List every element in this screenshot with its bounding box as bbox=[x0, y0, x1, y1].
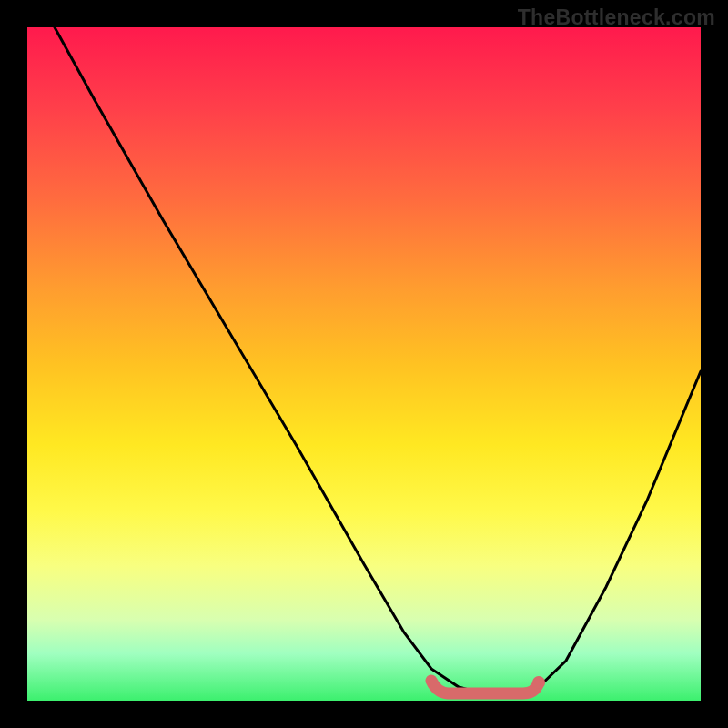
bottleneck-curve bbox=[55, 27, 701, 694]
optimal-end-dot bbox=[532, 676, 545, 689]
optimal-range-marker bbox=[431, 681, 539, 693]
chart-frame: TheBottleneck.com bbox=[0, 0, 728, 728]
chart-plot-area bbox=[27, 27, 701, 701]
chart-svg bbox=[27, 27, 701, 701]
watermark-text: TheBottleneck.com bbox=[518, 5, 715, 30]
